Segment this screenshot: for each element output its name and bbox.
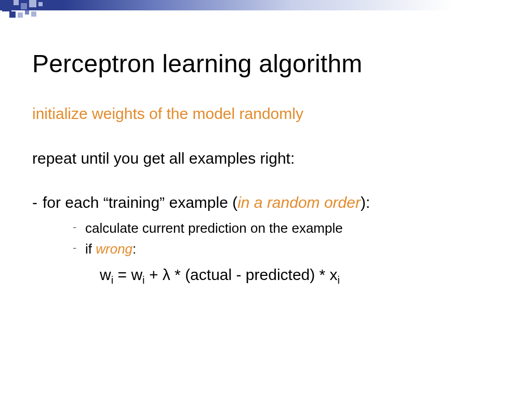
- sub-bullet-list: - calculate current prediction on the ex…: [73, 220, 511, 258]
- sub-bullet-calculate: - calculate current prediction on the ex…: [73, 220, 511, 237]
- slide-title: Perceptron learning algorithm: [32, 49, 362, 78]
- formula-part: w: [100, 266, 111, 283]
- formula-subscript: i: [338, 274, 340, 286]
- bullet-dash-icon: -: [32, 193, 43, 212]
- decor-square: [31, 11, 36, 17]
- text-initialize: initialize weights of the model randomly: [32, 104, 511, 124]
- formula-part: = w: [113, 266, 142, 283]
- decor-square: [9, 11, 16, 18]
- text-segment: for each “training” example (: [43, 194, 237, 211]
- text-random-order: in a random order: [237, 194, 361, 211]
- bullet-for-each-text: for each “training” example (in a random…: [43, 193, 370, 212]
- header-gradient: [0, 0, 532, 10]
- bullet-dash-icon: -: [73, 220, 85, 234]
- text-segment: :: [132, 241, 136, 257]
- text-repeat: repeat until you get all examples right:: [32, 149, 511, 168]
- sub-bullet-if-wrong: - if wrong:: [73, 241, 511, 258]
- text-calculate: calculate current prediction on the exam…: [85, 220, 343, 237]
- bullet-for-each: - for each “training” example (in a rand…: [32, 193, 511, 212]
- decorative-header: [0, 0, 532, 21]
- slide-body: initialize weights of the model randomly…: [32, 104, 511, 284]
- decor-square: [38, 2, 43, 6]
- formula-part: + λ * (actual - predicted) * x: [145, 266, 338, 283]
- decor-square: [14, 0, 19, 5]
- text-wrong: wrong: [96, 241, 132, 257]
- decor-square: [29, 0, 36, 7]
- slide: Perceptron learning algorithm initialize…: [0, 0, 532, 399]
- text-segment: if: [85, 241, 96, 257]
- text-segment: ):: [361, 194, 370, 211]
- update-formula: wi = wi + λ * (actual - predicted) * xi: [100, 265, 511, 285]
- decor-square: [2, 2, 11, 11]
- decor-square: [25, 10, 29, 15]
- decor-square: [18, 12, 23, 18]
- decor-square: [21, 3, 27, 9]
- text-if-wrong: if wrong:: [85, 241, 136, 258]
- bullet-dash-icon: -: [73, 241, 85, 255]
